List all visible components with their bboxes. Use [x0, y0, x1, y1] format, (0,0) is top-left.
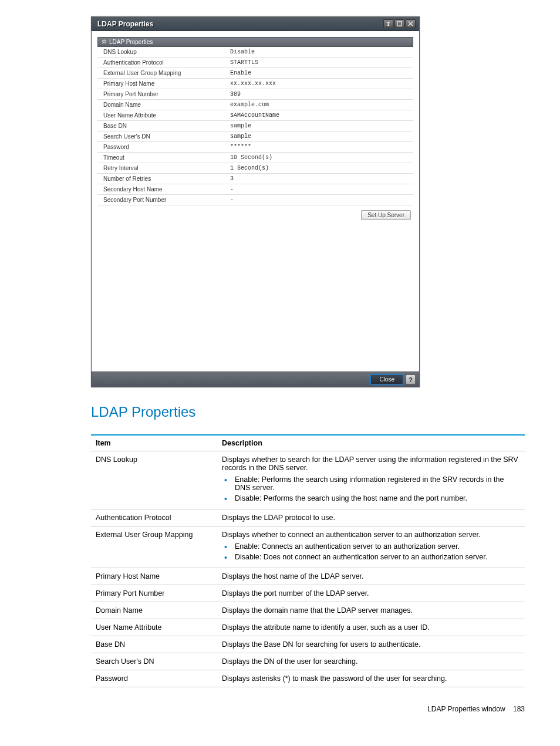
- property-row: Base DNsample: [97, 121, 413, 131]
- desc-row: Search User's DNDisplays the DN of the u…: [91, 653, 525, 670]
- section-header[interactable]: LDAP Properties: [97, 37, 413, 47]
- property-value: sample: [227, 131, 413, 142]
- property-row: Password******: [97, 142, 413, 153]
- property-value: xx.xxx.xx.xxx: [227, 79, 413, 89]
- dialog-title: LDAP Properties: [97, 20, 153, 28]
- desc-item: Primary Port Number: [91, 585, 217, 602]
- desc-text: Displays asterisks (*) to mask the passw…: [217, 670, 525, 687]
- desc-item: Base DN: [91, 636, 217, 653]
- titlebar: LDAP Properties: [92, 17, 419, 31]
- property-value: 3: [227, 174, 413, 184]
- col-item: Item: [91, 435, 217, 451]
- property-label: Timeout: [97, 153, 227, 163]
- desc-bullet: Enable: Connects an authentication serve…: [232, 542, 520, 551]
- property-row: DNS LookupDisable: [97, 47, 413, 58]
- desc-row: Primary Host NameDisplays the host name …: [91, 568, 525, 585]
- property-label: Password: [97, 142, 227, 153]
- property-row: Secondary Host Name-: [97, 184, 413, 195]
- maximize-icon[interactable]: [394, 19, 404, 28]
- property-label: Secondary Host Name: [97, 184, 227, 195]
- desc-bullet: Enable: Performs the search using inform…: [232, 475, 520, 492]
- desc-row: Domain NameDisplays the domain name that…: [91, 602, 525, 619]
- property-row: Domain Nameexample.com: [97, 100, 413, 110]
- desc-bullet: Disable: Performs the search using the h…: [232, 494, 520, 502]
- desc-text: Displays the LDAP protocol to use.: [217, 509, 525, 526]
- window-controls: [383, 19, 416, 28]
- property-row: Retry Interval1 Second(s): [97, 163, 413, 174]
- property-label: Authentication Protocol: [97, 58, 227, 68]
- desc-item: DNS Lookup: [91, 451, 217, 509]
- property-label: Secondary Port Number: [97, 195, 227, 205]
- desc-text: Displays the host name of the LDAP serve…: [217, 568, 525, 585]
- property-label: External User Group Mapping: [97, 68, 227, 79]
- property-value: -: [227, 195, 413, 205]
- desc-item: Primary Host Name: [91, 568, 217, 585]
- property-label: DNS Lookup: [97, 47, 227, 58]
- desc-row: PasswordDisplays asterisks (*) to mask t…: [91, 670, 525, 687]
- desc-row: User Name AttributeDisplays the attribut…: [91, 619, 525, 636]
- property-value: 389: [227, 89, 413, 100]
- desc-row: DNS LookupDisplays whether to search for…: [91, 451, 525, 509]
- desc-row: Primary Port NumberDisplays the port num…: [91, 585, 525, 602]
- desc-item: Search User's DN: [91, 653, 217, 670]
- property-value: 1 Second(s): [227, 163, 413, 174]
- property-value: Enable: [227, 68, 413, 79]
- close-icon[interactable]: [406, 19, 416, 28]
- desc-row: Base DNDisplays the Base DN for searchin…: [91, 636, 525, 653]
- property-row: Secondary Port Number-: [97, 195, 413, 205]
- col-desc: Description: [217, 435, 525, 451]
- desc-row: External User Group MappingDisplays whet…: [91, 526, 525, 568]
- property-value: sAMAccountName: [227, 110, 413, 121]
- properties-table: DNS LookupDisableAuthentication Protocol…: [97, 47, 413, 205]
- close-button[interactable]: Close: [370, 374, 403, 384]
- desc-item: External User Group Mapping: [91, 526, 217, 568]
- property-row: Primary Port Number389: [97, 89, 413, 100]
- property-label: User Name Attribute: [97, 110, 227, 121]
- property-label: Primary Port Number: [97, 89, 227, 100]
- desc-item: Authentication Protocol: [91, 509, 217, 526]
- collapse-icon: [102, 39, 107, 45]
- property-row: Primary Host Namexx.xxx.xx.xxx: [97, 79, 413, 89]
- svg-rect-0: [397, 22, 402, 26]
- desc-text: Displays the domain name that the LDAP s…: [217, 602, 525, 619]
- property-value: 10 Second(s): [227, 153, 413, 163]
- property-value: ******: [227, 142, 413, 153]
- desc-text: Displays whether to connect an authentic…: [217, 526, 525, 568]
- property-label: Search User's DN: [97, 131, 227, 142]
- property-label: Base DN: [97, 121, 227, 131]
- footer-page: 183: [513, 705, 525, 713]
- property-label: Retry Interval: [97, 163, 227, 174]
- property-row: External User Group MappingEnable: [97, 68, 413, 79]
- desc-bullet: Disable: Does not connect an authenticat…: [232, 553, 520, 561]
- property-value: Disable: [227, 47, 413, 58]
- page-footer: LDAP Properties window 183: [91, 705, 525, 713]
- desc-text: Displays the attribute name to identify …: [217, 619, 525, 636]
- section-title: LDAP Properties: [109, 39, 153, 45]
- help-icon[interactable]: ?: [406, 374, 416, 384]
- page-title: LDAP Properties: [91, 404, 525, 420]
- property-row: Number of Retries3: [97, 174, 413, 184]
- desc-text: Displays the port number of the LDAP ser…: [217, 585, 525, 602]
- desc-item: Password: [91, 670, 217, 687]
- property-value: -: [227, 184, 413, 195]
- dialog-footer: Close ?: [92, 372, 419, 387]
- property-label: Primary Host Name: [97, 79, 227, 89]
- desc-item: User Name Attribute: [91, 619, 217, 636]
- property-row: User Name AttributesAMAccountName: [97, 110, 413, 121]
- dialog-body: LDAP Properties DNS LookupDisableAuthent…: [92, 31, 419, 372]
- desc-item: Domain Name: [91, 602, 217, 619]
- footer-label: LDAP Properties window: [427, 705, 505, 713]
- property-row: Search User's DNsample: [97, 131, 413, 142]
- property-row: Authentication ProtocolSTARTTLS: [97, 58, 413, 68]
- desc-text: Displays whether to search for the LDAP …: [217, 451, 525, 509]
- setup-server-button[interactable]: Set Up Server: [361, 210, 411, 220]
- property-label: Number of Retries: [97, 174, 227, 184]
- property-value: STARTTLS: [227, 58, 413, 68]
- property-value: example.com: [227, 100, 413, 110]
- desc-text: Displays the Base DN for searching for u…: [217, 636, 525, 653]
- desc-row: Authentication ProtocolDisplays the LDAP…: [91, 509, 525, 526]
- property-value: sample: [227, 121, 413, 131]
- description-table: Item Description DNS LookupDisplays whet…: [91, 434, 525, 687]
- desc-text: Displays the DN of the user for searchin…: [217, 653, 525, 670]
- pin-icon[interactable]: [383, 19, 393, 28]
